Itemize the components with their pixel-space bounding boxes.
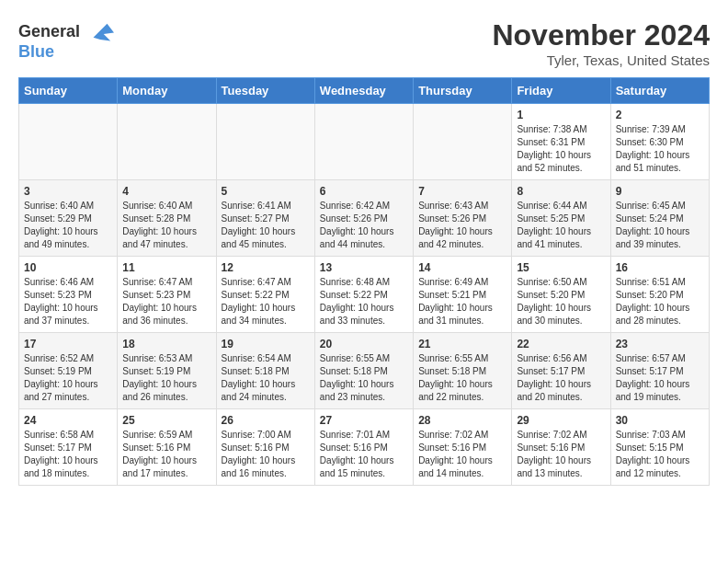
day-info: Sunrise: 6:58 AM Sunset: 5:17 PM Dayligh… (24, 429, 112, 480)
logo-bird-icon (86, 18, 114, 46)
day-info: Sunrise: 7:03 AM Sunset: 5:15 PM Dayligh… (616, 429, 704, 480)
calendar-day-24: 24Sunrise: 6:58 AM Sunset: 5:17 PM Dayli… (19, 409, 118, 486)
day-info: Sunrise: 6:40 AM Sunset: 5:29 PM Dayligh… (24, 200, 112, 251)
day-number: 5 (222, 185, 310, 198)
calendar-day-23: 23Sunrise: 6:57 AM Sunset: 5:17 PM Dayli… (610, 333, 709, 409)
calendar-week-row: 24Sunrise: 6:58 AM Sunset: 5:17 PM Dayli… (19, 409, 710, 486)
calendar-day-10: 10Sunrise: 6:46 AM Sunset: 5:23 PM Dayli… (19, 257, 118, 333)
calendar-day-16: 16Sunrise: 6:51 AM Sunset: 5:20 PM Dayli… (610, 257, 709, 333)
day-info: Sunrise: 6:42 AM Sunset: 5:26 PM Dayligh… (320, 200, 408, 251)
calendar-header-row: SundayMondayTuesdayWednesdayThursdayFrid… (19, 78, 710, 104)
day-number: 9 (616, 185, 704, 198)
day-info: Sunrise: 6:51 AM Sunset: 5:20 PM Dayligh… (616, 276, 704, 327)
title-area: November 2024 Tyler, Texas, United State… (492, 18, 710, 68)
day-number: 21 (418, 338, 506, 350)
day-number: 28 (418, 414, 506, 427)
day-number: 30 (616, 414, 704, 427)
day-info: Sunrise: 6:55 AM Sunset: 5:18 PM Dayligh… (320, 352, 408, 404)
day-number: 13 (320, 261, 408, 274)
page-header: General Blue November 2024 Tyler, Texas,… (18, 18, 710, 68)
day-info: Sunrise: 6:46 AM Sunset: 5:23 PM Dayligh… (24, 276, 112, 327)
day-info: Sunrise: 6:43 AM Sunset: 5:26 PM Dayligh… (418, 200, 506, 251)
day-info: Sunrise: 7:02 AM Sunset: 5:16 PM Dayligh… (418, 429, 506, 480)
column-header-tuesday: Tuesday (216, 78, 314, 104)
day-number: 1 (517, 109, 605, 121)
day-number: 10 (24, 261, 112, 274)
calendar-day-27: 27Sunrise: 7:01 AM Sunset: 5:16 PM Dayli… (314, 409, 413, 486)
location: Tyler, Texas, United States (492, 52, 710, 68)
calendar-day-25: 25Sunrise: 6:59 AM Sunset: 5:16 PM Dayli… (118, 409, 216, 486)
day-info: Sunrise: 6:59 AM Sunset: 5:16 PM Dayligh… (122, 429, 210, 480)
calendar-day-18: 18Sunrise: 6:53 AM Sunset: 5:19 PM Dayli… (118, 333, 216, 409)
day-info: Sunrise: 6:55 AM Sunset: 5:18 PM Dayligh… (418, 352, 506, 404)
day-number: 4 (122, 185, 210, 198)
day-info: Sunrise: 7:38 AM Sunset: 6:31 PM Dayligh… (517, 123, 605, 175)
calendar-day-3: 3Sunrise: 6:40 AM Sunset: 5:29 PM Daylig… (19, 180, 118, 257)
day-info: Sunrise: 7:39 AM Sunset: 6:30 PM Dayligh… (616, 123, 704, 175)
day-number: 24 (24, 414, 112, 427)
day-info: Sunrise: 6:47 AM Sunset: 5:23 PM Dayligh… (122, 276, 210, 327)
calendar-day-4: 4Sunrise: 6:40 AM Sunset: 5:28 PM Daylig… (118, 180, 216, 257)
day-info: Sunrise: 6:41 AM Sunset: 5:27 PM Dayligh… (222, 200, 310, 251)
day-info: Sunrise: 6:44 AM Sunset: 5:25 PM Dayligh… (517, 200, 605, 251)
calendar-week-row: 10Sunrise: 6:46 AM Sunset: 5:23 PM Dayli… (19, 257, 710, 333)
column-header-monday: Monday (118, 78, 216, 104)
day-number: 12 (222, 261, 310, 274)
calendar-day-7: 7Sunrise: 6:43 AM Sunset: 5:26 PM Daylig… (414, 180, 512, 257)
month-title: November 2024 (492, 18, 710, 52)
day-info: Sunrise: 6:57 AM Sunset: 5:17 PM Dayligh… (616, 352, 704, 404)
day-number: 15 (517, 261, 605, 274)
calendar-day-19: 19Sunrise: 6:54 AM Sunset: 5:18 PM Dayli… (216, 333, 314, 409)
calendar-day-empty (414, 104, 512, 180)
svg-marker-0 (94, 24, 115, 41)
calendar-day-26: 26Sunrise: 7:00 AM Sunset: 5:16 PM Dayli… (216, 409, 314, 486)
day-info: Sunrise: 6:49 AM Sunset: 5:21 PM Dayligh… (418, 276, 506, 327)
day-number: 11 (122, 261, 210, 274)
day-info: Sunrise: 6:47 AM Sunset: 5:22 PM Dayligh… (222, 276, 310, 327)
column-header-saturday: Saturday (610, 78, 709, 104)
day-info: Sunrise: 6:45 AM Sunset: 5:24 PM Dayligh… (616, 200, 704, 251)
calendar-day-20: 20Sunrise: 6:55 AM Sunset: 5:18 PM Dayli… (314, 333, 413, 409)
day-number: 23 (616, 338, 704, 350)
day-number: 20 (320, 338, 408, 350)
calendar-day-12: 12Sunrise: 6:47 AM Sunset: 5:22 PM Dayli… (216, 257, 314, 333)
calendar-day-29: 29Sunrise: 7:02 AM Sunset: 5:16 PM Dayli… (512, 409, 610, 486)
calendar-day-empty (19, 104, 118, 180)
day-number: 3 (24, 185, 112, 198)
calendar-day-21: 21Sunrise: 6:55 AM Sunset: 5:18 PM Dayli… (414, 333, 512, 409)
logo-line1: General (18, 22, 80, 40)
day-info: Sunrise: 6:54 AM Sunset: 5:18 PM Dayligh… (222, 352, 310, 404)
day-info: Sunrise: 7:01 AM Sunset: 5:16 PM Dayligh… (320, 429, 408, 480)
calendar-day-15: 15Sunrise: 6:50 AM Sunset: 5:20 PM Dayli… (512, 257, 610, 333)
calendar-table: SundayMondayTuesdayWednesdayThursdayFrid… (18, 77, 710, 486)
calendar-day-6: 6Sunrise: 6:42 AM Sunset: 5:26 PM Daylig… (314, 180, 413, 257)
day-number: 8 (517, 185, 605, 198)
day-info: Sunrise: 6:50 AM Sunset: 5:20 PM Dayligh… (517, 276, 605, 327)
day-info: Sunrise: 6:40 AM Sunset: 5:28 PM Dayligh… (122, 200, 210, 251)
calendar-day-2: 2Sunrise: 7:39 AM Sunset: 6:30 PM Daylig… (610, 104, 709, 180)
calendar-day-1: 1Sunrise: 7:38 AM Sunset: 6:31 PM Daylig… (512, 104, 610, 180)
day-info: Sunrise: 6:48 AM Sunset: 5:22 PM Dayligh… (320, 276, 408, 327)
logo: General Blue (18, 18, 114, 62)
calendar-day-empty (314, 104, 413, 180)
calendar-day-17: 17Sunrise: 6:52 AM Sunset: 5:19 PM Dayli… (19, 333, 118, 409)
calendar-day-5: 5Sunrise: 6:41 AM Sunset: 5:27 PM Daylig… (216, 180, 314, 257)
day-info: Sunrise: 6:52 AM Sunset: 5:19 PM Dayligh… (24, 352, 112, 404)
day-number: 18 (122, 338, 210, 350)
day-info: Sunrise: 6:53 AM Sunset: 5:19 PM Dayligh… (122, 352, 210, 404)
column-header-friday: Friday (512, 78, 610, 104)
calendar-day-22: 22Sunrise: 6:56 AM Sunset: 5:17 PM Dayli… (512, 333, 610, 409)
day-number: 26 (222, 414, 310, 427)
column-header-sunday: Sunday (19, 78, 118, 104)
calendar-day-empty (118, 104, 216, 180)
day-info: Sunrise: 7:02 AM Sunset: 5:16 PM Dayligh… (517, 429, 605, 480)
day-number: 14 (418, 261, 506, 274)
calendar-day-empty (216, 104, 314, 180)
day-number: 6 (320, 185, 408, 198)
day-number: 27 (320, 414, 408, 427)
calendar-day-8: 8Sunrise: 6:44 AM Sunset: 5:25 PM Daylig… (512, 180, 610, 257)
day-number: 25 (122, 414, 210, 427)
calendar-day-14: 14Sunrise: 6:49 AM Sunset: 5:21 PM Dayli… (414, 257, 512, 333)
calendar-week-row: 3Sunrise: 6:40 AM Sunset: 5:29 PM Daylig… (19, 180, 710, 257)
day-number: 17 (24, 338, 112, 350)
